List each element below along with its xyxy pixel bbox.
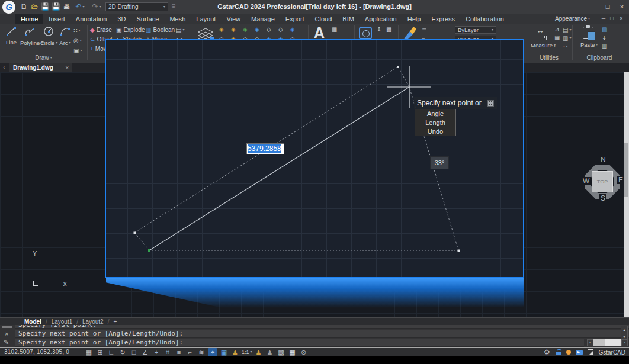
boolean-button[interactable]: ▥Boolean [146, 26, 175, 34]
viewcube-north[interactable]: N [599, 156, 607, 164]
redo-icon[interactable]: ↷ [89, 2, 104, 12]
tab-3d[interactable]: 3D [112, 14, 131, 24]
layer-tool-icon[interactable]: ◈ [231, 26, 243, 36]
annotation-scale-icon[interactable] [230, 348, 240, 356]
dynamic-input-keyboard-icon[interactable] [487, 100, 494, 107]
workspace-select[interactable]: 2D Drafting [105, 2, 168, 11]
share-icon[interactable] [576, 350, 583, 355]
utilities-panel-label[interactable]: Utilities [526, 54, 572, 61]
tab-manage[interactable]: Manage [246, 14, 280, 24]
canvas-scrollbar-thumb[interactable] [624, 143, 628, 197]
maximize-button[interactable]: □ [601, 0, 615, 13]
scroll-left-icon[interactable]: ‹ [587, 339, 593, 346]
command-horizontal-scrollbar[interactable]: ‹ › [587, 339, 628, 346]
lineweight-icon[interactable] [174, 348, 184, 356]
color-select[interactable]: ByLayer [455, 26, 496, 34]
viewcube-south[interactable]: S [599, 194, 606, 202]
tab-layout[interactable]: Layout [191, 14, 221, 24]
otrack-icon[interactable] [152, 348, 161, 356]
annotation-auto-icon[interactable] [265, 348, 275, 356]
tab-mesh[interactable]: Mesh [164, 14, 191, 24]
scrollbar-thumb[interactable] [593, 339, 605, 346]
appearance-menu[interactable]: Appearance [555, 15, 590, 22]
settings-icon[interactable]: ⚙ [542, 348, 551, 356]
tab-view[interactable]: View [221, 14, 246, 24]
save-icon[interactable]: 💾 [40, 2, 50, 12]
tab-express[interactable]: Express [426, 14, 460, 24]
erase-button[interactable]: ◆Erase [90, 26, 112, 34]
layer-tool-icon[interactable]: ◇ [278, 26, 290, 36]
point-id-tools-icon[interactable]: ▫ [563, 43, 568, 50]
document-tab-drawing1[interactable]: Drawing1.dwg × [9, 63, 72, 72]
mdi-minimize-button[interactable]: ─ [599, 15, 608, 21]
cycling-icon[interactable] [185, 348, 195, 356]
menu-item-angle[interactable]: Angle [415, 109, 456, 118]
calculator-icon[interactable]: ▦ [554, 34, 560, 41]
angle-snap-icon[interactable] [140, 348, 150, 356]
circle-tool-button[interactable]: Circle [40, 25, 57, 46]
menu-item-undo[interactable]: Undo [415, 127, 456, 136]
grid-icon[interactable] [84, 348, 94, 356]
table-tool-icon[interactable]: ▦ [332, 26, 337, 33]
annotation-visibility-icon[interactable] [254, 348, 264, 356]
line-tool-button[interactable]: Line [2, 25, 20, 46]
qr-code-icon[interactable]: ▩ [386, 26, 391, 33]
viewcube[interactable]: TOP N W E S [583, 156, 622, 204]
scroll-down-icon[interactable]: ▼ [623, 335, 626, 339]
snap-icon[interactable] [95, 348, 105, 356]
area-tools-icon[interactable]: ▤ [563, 26, 571, 34]
command-close-icon[interactable]: × [5, 330, 8, 337]
draw-panel-label[interactable]: Draw [0, 54, 87, 61]
scroll-up-icon[interactable]: ▲ [623, 328, 626, 331]
copy-clip-icon[interactable]: ▤ [602, 26, 607, 33]
layer-tool-icon[interactable]: ◇ [267, 26, 278, 36]
save-as-icon[interactable]: 💾 [51, 2, 61, 12]
arc-tool-button[interactable]: Arc [57, 25, 73, 46]
point-tools-icon[interactable]: ∷ [73, 27, 80, 34]
dimension-input-field[interactable]: 5379.2858 [246, 143, 284, 154]
open-file-icon[interactable]: 🗁 [30, 2, 40, 12]
layer-tool-icon[interactable]: ◈ [255, 26, 267, 36]
array-tools-icon[interactable]: ▤ [176, 26, 184, 34]
layer-tool-icon[interactable]: ◈ [219, 26, 231, 36]
quick-properties-icon[interactable] [288, 348, 297, 356]
tab-export[interactable]: Export [280, 14, 310, 24]
polar-icon[interactable] [118, 348, 127, 356]
polyline-tool-button[interactable]: Polyline [20, 25, 39, 46]
new-file-icon[interactable]: 🗋 [19, 2, 29, 12]
osnap-icon[interactable] [129, 348, 139, 356]
rectangle-tools-icon[interactable]: ▣ [73, 47, 82, 54]
fullscreen-icon[interactable] [588, 349, 593, 355]
tab-insert[interactable]: Insert [43, 14, 70, 24]
scrollbar-track[interactable] [593, 339, 621, 346]
donut-tools-icon[interactable]: ◎ [73, 37, 82, 44]
scroll-right-icon[interactable]: › [621, 339, 628, 346]
copy-base-icon[interactable]: ▥ [602, 43, 607, 50]
text-tool-button[interactable]: A [314, 25, 325, 40]
undo-icon[interactable]: ↶ [72, 2, 88, 12]
command-grip-handle[interactable] [2, 326, 12, 327]
clean-screen-icon[interactable] [299, 348, 309, 356]
measure-button[interactable]: ↔ Measure [531, 26, 550, 49]
dynamic-ucs-icon[interactable] [197, 348, 206, 356]
viewcube-west[interactable]: W [582, 177, 591, 185]
command-window[interactable]: × ✎ Specify first point: Specify next po… [0, 325, 629, 347]
mdi-close-button[interactable]: × [617, 15, 625, 21]
tab-bim[interactable]: BIM [337, 14, 360, 24]
angle-measure-icon[interactable]: ⊿ [554, 26, 559, 33]
isolate-icon[interactable] [277, 348, 286, 356]
lock-icon[interactable] [556, 352, 561, 355]
model-space-icon[interactable] [219, 348, 229, 356]
tab-cloud[interactable]: Cloud [310, 14, 338, 24]
insert-block-button[interactable] [359, 27, 372, 40]
volume-tools-icon[interactable]: ▥ [563, 34, 571, 42]
menu-item-length[interactable]: Length [415, 118, 456, 127]
layer-tool-icon[interactable]: ◈ [243, 26, 255, 36]
canvas-vertical-scrollbar[interactable] [624, 72, 629, 317]
tab-help[interactable]: Help [402, 14, 426, 24]
explode-button[interactable]: ▣Explode [116, 26, 145, 34]
ortho-icon[interactable] [107, 348, 116, 356]
app-logo-icon[interactable]: G [2, 1, 15, 14]
command-prompt-line[interactable]: Specify next point or [Angle/Length/Undo… [15, 339, 584, 347]
viewcube-top-face[interactable]: TOP [592, 171, 613, 192]
